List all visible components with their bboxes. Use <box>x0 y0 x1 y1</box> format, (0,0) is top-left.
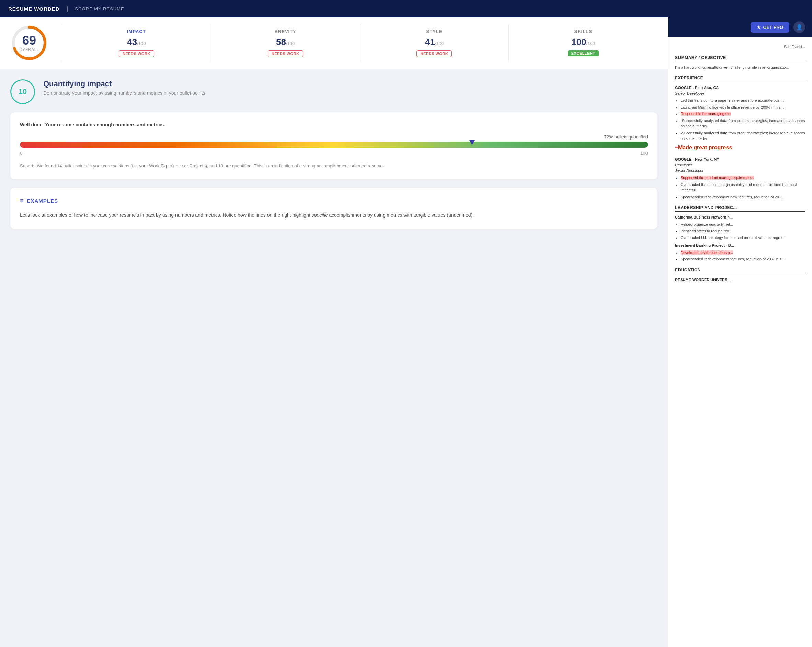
progress-min: 0 <box>20 150 22 156</box>
nav-link[interactable]: SCORE MY RESUME <box>75 6 124 11</box>
overall-score-number: 69 <box>22 34 36 47</box>
top-nav: RESUME WORDED | SCORE MY RESUME <box>0 0 812 17</box>
score-card-style[interactable]: STYLE 41/100 NEEDS WORK <box>360 24 509 62</box>
style-title: STYLE <box>367 29 502 34</box>
bullet-13: Spearheaded redevelopment features, redu… <box>681 256 805 262</box>
resume-section-summary: SUMMARY / OBJECTIVE <box>675 55 805 62</box>
left-panel: 69 OVERALL IMPACT 43/100 NEEDS WORK BREV… <box>0 17 668 647</box>
scores-header: 69 OVERALL IMPACT 43/100 NEEDS WORK BREV… <box>0 17 668 69</box>
resume-senior-developer: Senior Developer <box>675 91 805 96</box>
score-card-skills[interactable]: SKILLS 100/100 EXCELLENT <box>508 24 658 62</box>
resume-developer: Developer <box>675 162 805 168</box>
right-panel: ★ GET PRO 👤 San Franci... SUMMARY / OBJE… <box>668 17 812 647</box>
resume-university: RESUME WORDED UNIVERSI... <box>675 277 805 283</box>
score-card-brevity[interactable]: BREVITY 58/100 NEEDS WORK <box>211 24 360 62</box>
avatar-button[interactable]: 👤 <box>794 21 805 33</box>
examples-box: ≡ EXAMPLES Let's look at examples of how… <box>10 188 658 229</box>
content-area: 10 Quantifying impact Demonstrate your i… <box>0 69 668 240</box>
examples-desc: Let's look at examples of how to increas… <box>20 211 648 220</box>
bullet-1: Led the transition to a paperle safer an… <box>681 98 805 103</box>
resume-location: San Franci... <box>675 44 805 50</box>
progress-labels: 0 100 <box>20 150 648 156</box>
main-container: 69 OVERALL IMPACT 43/100 NEEDS WORK BREV… <box>0 17 812 647</box>
get-pro-button[interactable]: ★ GET PRO <box>751 22 789 33</box>
resume-google-ny: GOOGLE - New York, NY <box>675 157 805 162</box>
highlight-developed: Developed a sell-side ideas p... <box>681 251 733 255</box>
resume-section-education: EDUCATION <box>675 267 805 274</box>
progress-bar-bg <box>20 142 648 148</box>
brevity-title: BREVITY <box>218 29 353 34</box>
info-box-desc: Superb. We found 14 bullet points in you… <box>20 162 648 170</box>
bullet-10: Identified steps to reduce retu... <box>681 228 805 234</box>
resume-junior-developer: Junior Developer <box>675 168 805 174</box>
info-box: Well done. Your resume contains enough n… <box>10 112 658 179</box>
skills-title: SKILLS <box>516 29 651 34</box>
bullet-11: Overhauled U.K. strategy for a based on … <box>681 235 805 241</box>
style-badge: NEEDS WORK <box>417 50 452 57</box>
nav-divider: | <box>67 5 68 12</box>
bullet-6: Supported the product manag requirements <box>681 175 805 181</box>
bullet-12: Developed a sell-side ideas p... <box>681 250 805 255</box>
impact-badge: NEEDS WORK <box>119 50 154 57</box>
resume-google-palo-alto: GOOGLE - Palo Alto, CA <box>675 85 805 91</box>
resume-section-experience: EXPERIENCE <box>675 75 805 82</box>
resume-bullets-google2: Supported the product manag requirements… <box>675 175 805 200</box>
bullet-4: -Successfully analyzed data from product… <box>681 118 805 129</box>
section-header: 10 Quantifying impact Demonstrate your i… <box>10 80 658 104</box>
info-box-title: Well done. Your resume contains enough n… <box>20 122 648 127</box>
score-card-impact[interactable]: IMPACT 43/100 NEEDS WORK <box>62 24 211 62</box>
resume-bullets-ca: Helped organize quarterly net... Identif… <box>675 222 805 241</box>
score-circle-wrapper: 69 OVERALL <box>10 24 48 62</box>
resume-investment-banking: Investment Banking Project - B... <box>675 243 805 248</box>
overall-score: 69 OVERALL <box>10 24 48 62</box>
bullet-8: Spearheaded redevelopment new features, … <box>681 194 805 200</box>
avatar-icon: 👤 <box>796 24 803 31</box>
right-panel-header: ★ GET PRO 👤 <box>668 17 812 37</box>
resume-bullets-google1: Led the transition to a paperle safer an… <box>675 98 805 142</box>
bullet-3: Responsible for managing the <box>681 111 805 117</box>
progress-marker <box>469 140 475 145</box>
resume-google-ny-section: GOOGLE - New York, NY Developer Junior D… <box>675 157 805 200</box>
examples-header: ≡ EXAMPLES <box>20 197 648 205</box>
overall-score-label: OVERALL <box>19 47 39 52</box>
style-value: 41/100 <box>367 37 502 47</box>
progress-label: 72% bullets quantified <box>20 135 648 139</box>
section-title: Quantifying impact <box>43 80 205 88</box>
get-pro-star: ★ <box>757 25 761 30</box>
resume-section-leadership: LEADERSHIP AND PROJEC... <box>675 205 805 212</box>
resume-ca-business: California Business Networkin... <box>675 214 805 220</box>
examples-title: EXAMPLES <box>27 198 58 204</box>
bullet-7: Overhauled the obsolete lega usability a… <box>681 182 805 193</box>
skills-badge: EXCELLENT <box>568 50 599 57</box>
bullet-9: Helped organize quarterly net... <box>681 222 805 228</box>
highlight-supported: Supported the product manag requirements <box>681 176 754 180</box>
bullet-2: Launched Miami office with le office rev… <box>681 104 805 110</box>
brevity-value: 58/100 <box>218 37 353 47</box>
resume-content: San Franci... SUMMARY / OBJECTIVE I'm a … <box>668 37 812 647</box>
brevity-badge: NEEDS WORK <box>268 50 303 57</box>
impact-title: IMPACT <box>69 29 204 34</box>
resume-summary-text: I'm a hardworking, results-driven challe… <box>675 64 805 70</box>
resume-bullets-investment: Developed a sell-side ideas p... Spearhe… <box>675 250 805 262</box>
impact-value: 43/100 <box>69 37 204 47</box>
examples-icon: ≡ <box>20 197 24 205</box>
section-description: Demonstrate your impact by using numbers… <box>43 90 205 96</box>
highlight-responsible: Responsible for managing the <box>681 112 731 116</box>
progress-bar-container <box>20 142 648 148</box>
highlight-made-progress: –Made great progress <box>675 144 805 152</box>
skills-value: 100/100 <box>516 37 651 47</box>
progress-max: 100 <box>640 150 648 156</box>
section-title-block: Quantifying impact Demonstrate your impa… <box>43 80 205 96</box>
get-pro-label: GET PRO <box>763 25 783 30</box>
score-cards: IMPACT 43/100 NEEDS WORK BREVITY 58/100 … <box>62 24 658 62</box>
brand-name: RESUME WORDED <box>8 6 60 12</box>
section-score-circle: 10 <box>10 80 35 104</box>
bullet-5: -Successfully analyzed data from product… <box>681 130 805 142</box>
